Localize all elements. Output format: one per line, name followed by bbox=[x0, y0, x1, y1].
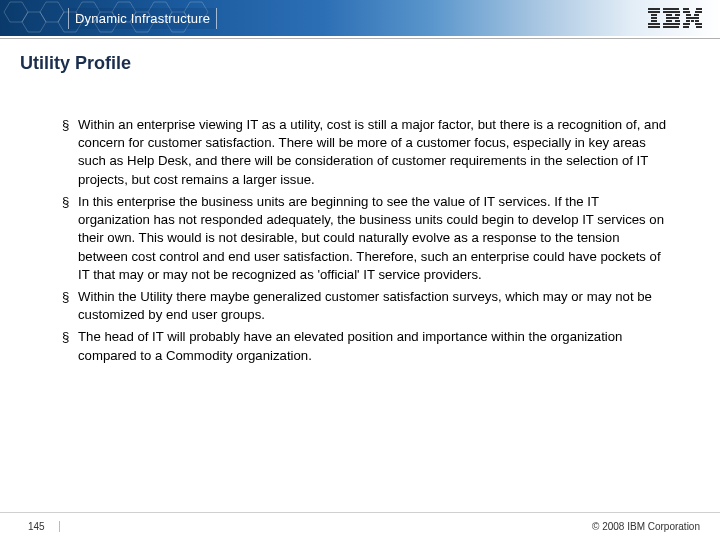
svg-rect-26 bbox=[663, 26, 679, 28]
svg-rect-29 bbox=[683, 11, 690, 13]
page-number: 145 bbox=[28, 521, 60, 532]
list-item: The head of IT will probably have an ele… bbox=[62, 328, 672, 364]
svg-rect-15 bbox=[651, 20, 657, 22]
svg-rect-32 bbox=[694, 14, 699, 16]
svg-rect-38 bbox=[695, 23, 702, 25]
svg-rect-36 bbox=[695, 20, 699, 22]
bullet-list: Within an enterprise viewing IT as a uti… bbox=[62, 116, 672, 365]
svg-rect-35 bbox=[691, 20, 694, 22]
footer-bar: 145 © 2008 IBM Corporation bbox=[0, 512, 720, 540]
svg-rect-16 bbox=[648, 23, 660, 25]
svg-marker-2 bbox=[40, 2, 64, 22]
content-area: Within an enterprise viewing IT as a uti… bbox=[0, 82, 720, 512]
svg-rect-13 bbox=[651, 14, 657, 16]
list-item: Within the Utility there maybe generaliz… bbox=[62, 288, 672, 324]
svg-rect-19 bbox=[663, 11, 680, 13]
svg-rect-39 bbox=[683, 26, 689, 28]
header-bar: Dynamic Infrastructure bbox=[0, 0, 720, 36]
svg-rect-33 bbox=[686, 17, 699, 19]
svg-rect-22 bbox=[666, 17, 679, 19]
copyright-text: © 2008 IBM Corporation bbox=[592, 521, 700, 532]
svg-rect-18 bbox=[663, 8, 679, 10]
svg-rect-14 bbox=[651, 17, 657, 19]
svg-rect-23 bbox=[666, 20, 672, 22]
svg-rect-21 bbox=[675, 14, 680, 16]
svg-rect-34 bbox=[686, 20, 690, 22]
svg-rect-37 bbox=[683, 23, 690, 25]
list-item: In this enterprise the business units ar… bbox=[62, 193, 672, 284]
svg-rect-40 bbox=[696, 26, 702, 28]
slide-title: Utility Profile bbox=[20, 53, 700, 74]
svg-rect-11 bbox=[648, 8, 660, 10]
title-area: Utility Profile bbox=[0, 39, 720, 82]
svg-rect-31 bbox=[686, 14, 691, 16]
svg-rect-28 bbox=[696, 8, 702, 10]
svg-rect-12 bbox=[648, 11, 660, 13]
svg-rect-27 bbox=[683, 8, 689, 10]
list-item: Within an enterprise viewing IT as a uti… bbox=[62, 116, 672, 189]
svg-rect-30 bbox=[695, 11, 702, 13]
svg-marker-1 bbox=[22, 12, 46, 32]
svg-rect-20 bbox=[666, 14, 672, 16]
ibm-logo-icon bbox=[648, 8, 702, 28]
svg-rect-25 bbox=[663, 23, 680, 25]
svg-marker-0 bbox=[4, 2, 28, 22]
slide: Dynamic Infrastructure bbox=[0, 0, 720, 540]
header-title: Dynamic Infrastructure bbox=[68, 8, 217, 29]
svg-rect-17 bbox=[648, 26, 660, 28]
svg-rect-24 bbox=[675, 20, 680, 22]
